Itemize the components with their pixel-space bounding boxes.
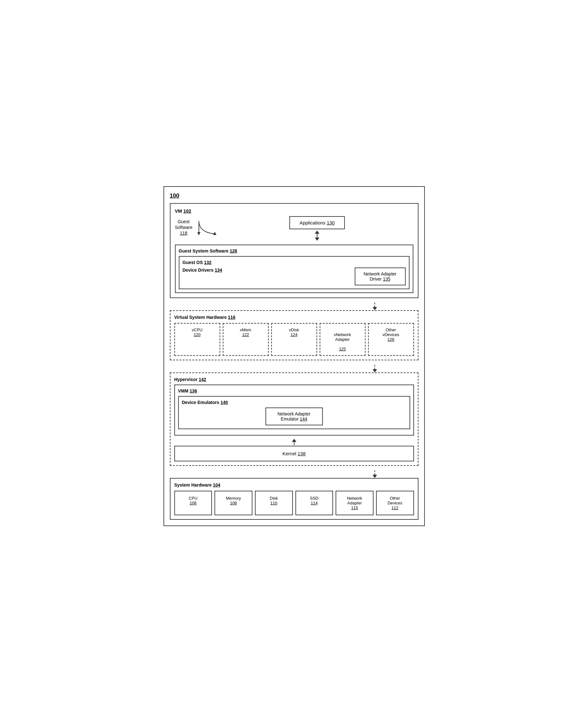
applications-box: Applications 130 <box>289 216 345 229</box>
guest-software-arrow <box>196 218 218 235</box>
memory-box: Memory 108 <box>214 491 252 515</box>
virtual-hw-label: Virtual System Hardware 116 <box>174 315 414 320</box>
network-adapter-hw-box: NetworkAdapter 115 <box>336 491 374 515</box>
line-seg-emulator <box>294 442 294 445</box>
virtual-system-hardware-box: Virtual System Hardware 116 vCPU 120 vMe… <box>170 310 418 360</box>
guest-software-label: GuestSoftware118 <box>175 219 192 236</box>
arrowhead-down-3 <box>373 475 377 478</box>
arrowhead-down-1 <box>373 307 377 310</box>
hypervisor-box: Hypervisor 142 VMM 136 Device Emulators … <box>170 372 418 466</box>
hypervisor-label: Hypervisor 142 <box>174 377 414 382</box>
device-emulators-label: Device Emulators 140 <box>182 400 406 405</box>
kernel-box: Kernel 138 <box>174 446 414 461</box>
dashed-arrow-3-container <box>170 470 418 478</box>
ssd-box: SSD 114 <box>295 491 333 515</box>
dashed-arrow-2-container <box>170 365 418 372</box>
network-adapter-driver-box: Network Adapter Driver 135 <box>355 267 406 285</box>
vdisk-box: vDisk 124 <box>271 323 317 356</box>
dashed-arrow-1-container <box>170 303 418 310</box>
vmm-box: VMM 136 Device Emulators 140 Network Ada… <box>174 385 414 435</box>
vdevices-row: vCPU 120 vMem 122 vDisk 124 vNetworkAdap… <box>174 323 414 356</box>
dashed-line-seg-2 <box>375 365 375 369</box>
guest-os-box: Guest OS 132 Device Drivers 134 Network … <box>179 256 410 289</box>
other-devices-box: OtherDevices 112 <box>376 491 414 515</box>
outer-diagram: 100 VM 102 GuestSoftware118 <box>164 186 425 526</box>
dashed-arrow-3 <box>373 470 377 478</box>
network-adapter-emulator-box: Network Adapter Emulator 144 <box>266 407 323 425</box>
arrow-up-emulator-container <box>174 439 414 445</box>
svg-marker-2 <box>197 232 201 235</box>
system-hw-label: System Hardware 104 <box>174 483 414 488</box>
arrow-line-apps <box>317 234 317 238</box>
vcpu-box: vCPU 120 <box>174 323 220 356</box>
vm-box: VM 102 GuestSoftware118 Ap <box>170 203 418 298</box>
arrow-up-apps <box>315 230 319 234</box>
arrow-up-emulator <box>292 439 296 445</box>
device-drivers-row: Device Drivers 134 Network Adapter Drive… <box>183 267 406 285</box>
arrowhead-up-emulator <box>292 439 296 442</box>
outer-ref: 100 <box>170 192 418 199</box>
dashed-arrow-1 <box>373 303 377 310</box>
vmm-label: VMM 136 <box>178 388 410 393</box>
guest-os-label: Guest OS 132 <box>183 260 406 265</box>
vm-label: VM 102 <box>175 208 413 213</box>
vmem-box: vMem 122 <box>223 323 269 356</box>
dashed-line-seg-1 <box>375 303 375 307</box>
system-hardware-box: System Hardware 104 CPU 106 Memory 108 D… <box>170 478 418 520</box>
cpu-box: CPU 106 <box>174 491 212 515</box>
hw-devices-row: CPU 106 Memory 108 Disk 110 SSD 114 Netw… <box>174 491 414 515</box>
device-emulators-box: Device Emulators 140 Network Adapter Emu… <box>178 396 410 429</box>
dashed-arrow-2 <box>373 365 377 372</box>
guest-system-label: Guest System Software 128 <box>179 248 410 253</box>
arrowhead-down-2 <box>373 369 377 372</box>
other-vdevices-box: OthervDevices 126 <box>368 323 414 356</box>
dashed-line-seg-3 <box>375 470 375 475</box>
vnetwork-adapter-box: vNetworkAdapter 125 <box>320 323 365 356</box>
arrow-down-apps <box>315 238 319 241</box>
device-drivers-label: Device Drivers 134 <box>183 267 223 272</box>
disk-box: Disk 110 <box>255 491 293 515</box>
guest-system-software-box: Guest System Software 128 Guest OS 132 D… <box>175 245 413 293</box>
